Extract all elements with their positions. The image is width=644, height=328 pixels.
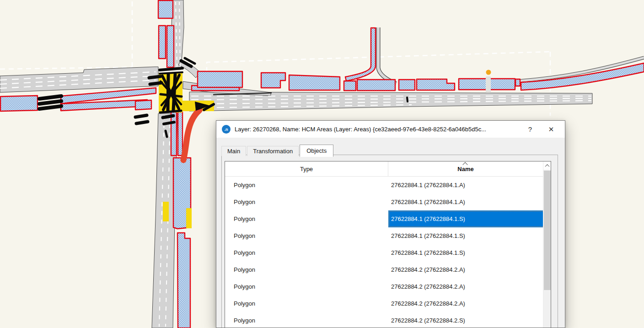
name-cell[interactable]: 27622884.1 (27622884.1.S) <box>388 244 544 261</box>
name-cell[interactable]: 27622884.1 (27622884.1.S) <box>388 227 544 244</box>
objects-table: Type Name Polygon 27622884.1 (27622884.1… <box>225 161 551 328</box>
help-button[interactable]: ? <box>522 123 538 136</box>
table-header: Type Name <box>225 161 551 177</box>
type-cell[interactable]: Polygon <box>225 312 388 328</box>
close-button[interactable]: ✕ <box>542 123 560 136</box>
objects-tab-page: Type Name Polygon 27622884.1 (27622884.1… <box>221 155 558 328</box>
table-row[interactable]: Polygon 27622884.1 (27622884.1.S) <box>225 210 551 227</box>
table-row[interactable]: Polygon 27622884.1 (27622884.1.S) <box>225 227 551 244</box>
table-row[interactable]: Polygon 27622884.1 (27622884.1.S) <box>225 244 551 261</box>
name-cell[interactable]: 27622884.1 (27622884.1.A) <box>388 194 544 210</box>
name-cell[interactable]: 27622884.2 (27622884.2.A) <box>388 278 544 295</box>
name-cell[interactable]: 27622884.2 (27622884.2.S) <box>388 312 544 328</box>
table-body: Polygon 27622884.1 (27622884.1.A) Polygo… <box>225 177 551 328</box>
name-cell[interactable]: 27622884.2 (27622884.2.A) <box>388 261 544 278</box>
column-header-type[interactable]: Type <box>225 161 388 176</box>
chevron-up-icon <box>545 164 549 168</box>
type-cell[interactable]: Polygon <box>225 210 388 227</box>
tabstrip: Main Transformation Objects <box>221 145 334 156</box>
dialog-titlebar[interactable]: .n Layer: 26270268, Name: HCM Areas (Lay… <box>216 121 565 138</box>
name-cell[interactable]: 27622884.2 (27622884.2.A) <box>388 295 544 312</box>
name-cell[interactable]: 27622884.1 (27622884.1.S) <box>388 210 544 227</box>
table-row[interactable]: Polygon 27622884.1 (27622884.1.A) <box>225 194 551 210</box>
table-row[interactable]: Polygon 27622884.2 (27622884.2.A) <box>225 261 551 278</box>
table-row[interactable]: Polygon 27622884.2 (27622884.2.S) <box>225 312 551 328</box>
column-header-name[interactable]: Name <box>388 161 543 176</box>
type-cell[interactable]: Polygon <box>225 295 388 312</box>
type-cell[interactable]: Polygon <box>225 194 388 210</box>
name-cell[interactable]: 27622884.1 (27622884.1.A) <box>388 177 544 194</box>
dialog-title: Layer: 26270268, Name: HCM Areas (Layer:… <box>235 126 518 133</box>
poi-marker[interactable] <box>486 70 491 75</box>
vertical-scrollbar[interactable] <box>543 161 551 328</box>
type-cell[interactable]: Polygon <box>225 177 388 194</box>
tab-objects[interactable]: Objects <box>300 145 333 157</box>
table-row[interactable]: Polygon 27622884.1 (27622884.1.A) <box>225 177 551 194</box>
layer-properties-dialog: .n Layer: 26270268, Name: HCM Areas (Lay… <box>216 120 565 328</box>
tab-main[interactable]: Main <box>221 146 246 156</box>
table-row[interactable]: Polygon 27622884.2 (27622884.2.A) <box>225 278 551 295</box>
type-cell[interactable]: Polygon <box>225 244 388 261</box>
type-cell[interactable]: Polygon <box>225 227 388 244</box>
scroll-up-button[interactable] <box>543 161 551 170</box>
type-cell[interactable]: Polygon <box>225 278 388 295</box>
table-row[interactable]: Polygon 27622884.2 (27622884.2.A) <box>225 295 551 312</box>
type-cell[interactable]: Polygon <box>225 261 388 278</box>
app-icon: .n <box>222 125 231 134</box>
poi-stub <box>486 76 491 93</box>
tab-transformation[interactable]: Transformation <box>247 146 299 156</box>
scrollbar-thumb[interactable] <box>544 171 551 290</box>
